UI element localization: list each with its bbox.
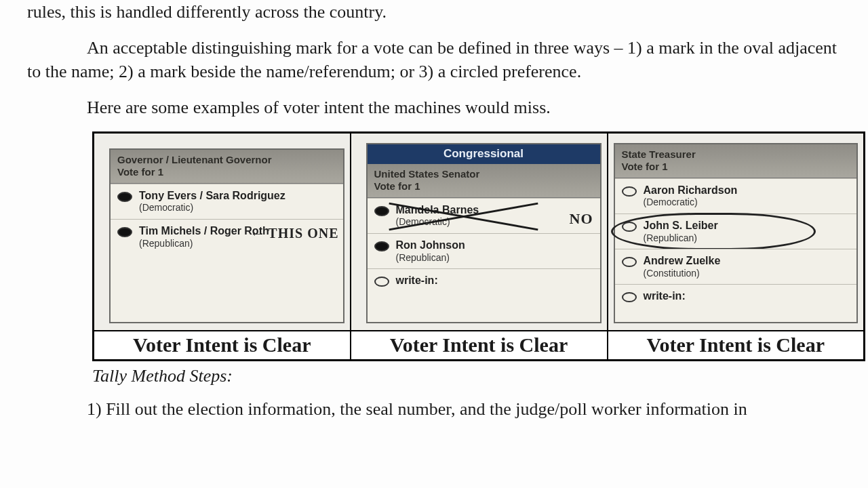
oval-icon [622, 292, 637, 302]
candidate-name: Mandela Barnes [396, 204, 479, 216]
write-in-label: write-in: [644, 290, 686, 302]
candidate-name: Ron Johnson [396, 239, 465, 251]
candidate-party: (Democratic) [644, 197, 698, 207]
ballot-example-1: Governor / Lieutenant Governor Vote for … [94, 133, 351, 331]
handwritten-annotation: NO [570, 211, 593, 227]
ballot-row: Tim Michels / Roger Roth (Republican) ← … [111, 219, 343, 322]
ballot-header: State Treasurer Vote for 1 [615, 144, 857, 178]
ballot-row-circled: John S. Leiber (Republican) [615, 214, 857, 249]
document-page: rules, this is handled differently acros… [0, 0, 868, 421]
paragraph-fragment-top: rules, this is handled differently acros… [27, 0, 841, 24]
ballot-row: write-in: [615, 284, 857, 322]
oval-icon [622, 257, 637, 267]
ballot-titlebar: Congressional [368, 144, 600, 164]
candidate-name: Aaron Richardson [644, 184, 738, 196]
oval-icon [622, 222, 637, 232]
step-1-fragment: 1) Fill out the election information, th… [27, 397, 841, 421]
candidate-party: (Republican) [139, 238, 193, 249]
ballot-row: write-in: [368, 268, 600, 322]
ballot-row: Aaron Richardson (Democratic) [615, 178, 857, 214]
ballot-row: Ron Johnson (Republican) [368, 233, 600, 268]
candidate-party: (Constitution) [644, 268, 700, 279]
paragraph-acceptable-marks: An acceptable distinguishing mark for a … [27, 36, 841, 83]
oval-icon [117, 227, 132, 237]
candidate-name: Andrew Zuelke [644, 255, 721, 266]
candidate-party: (Democratic) [396, 216, 450, 227]
handwritten-annotation: ← THIS ONE [250, 226, 339, 240]
example-caption: Voter Intent is Clear [351, 331, 608, 360]
candidate-party: (Republican) [396, 252, 450, 263]
write-in-label: write-in: [396, 274, 438, 286]
ballot-header: Governor / Lieutenant Governor Vote for … [111, 150, 343, 184]
candidate-name: John S. Leiber [644, 220, 718, 231]
paragraph-examples-intro: Here are some examples of voter intent t… [27, 96, 841, 119]
ballot-example-2: Congressional United States Senator Vote… [351, 133, 608, 331]
candidate-name: Tony Evers / Sara Rodriguez [139, 190, 285, 201]
ballot-row: Andrew Zuelke (Constitution) [615, 249, 857, 284]
candidate-party: (Republican) [644, 232, 697, 243]
oval-icon [622, 186, 637, 197]
oval-icon [374, 241, 389, 251]
ballot-header: United States Senator Vote for 1 [368, 164, 600, 198]
ballot-row: Tony Evers / Sara Rodriguez (Democratic) [111, 184, 343, 219]
oval-icon [374, 206, 389, 216]
section-subheading: Tally Method Steps: [92, 364, 841, 388]
example-caption: Voter Intent is Clear [608, 331, 865, 360]
ballot-example-3: State Treasurer Vote for 1 Aaron Richard… [608, 133, 865, 331]
example-caption: Voter Intent is Clear [94, 331, 351, 360]
voter-intent-examples-table: Governor / Lieutenant Governor Vote for … [92, 131, 865, 361]
oval-icon [374, 277, 389, 287]
oval-icon [117, 192, 132, 202]
ballot-row-crossed: Mandela Barnes (Democratic) NO [368, 198, 600, 233]
candidate-party: (Democratic) [139, 202, 193, 213]
